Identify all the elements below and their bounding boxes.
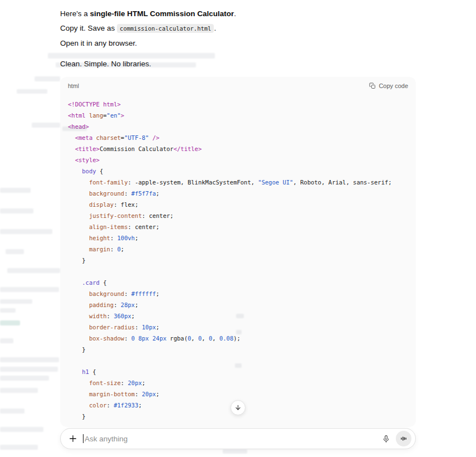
ghost-text-artifact xyxy=(0,308,16,313)
code-line: background: #f5f7fa; xyxy=(68,188,408,199)
code-line: height: 100vh; xyxy=(68,232,408,244)
code-line xyxy=(68,355,408,366)
code-line: width: 360px; xyxy=(68,310,408,322)
plus-icon xyxy=(68,434,78,444)
code-line: border-radius: 10px; xyxy=(68,322,408,333)
text-run: Clean. Simple. No libraries. xyxy=(60,60,151,68)
code-content: <!DOCTYPE html><html lang="en"><head> <m… xyxy=(60,99,416,422)
message-paragraph: Open it in any browser. xyxy=(60,39,411,48)
text-run: single-file HTML Commission Calculator xyxy=(90,9,234,18)
code-line: margin: 0; xyxy=(68,244,408,255)
message-paragraph: Clean. Simple. No libraries. xyxy=(60,60,411,69)
text-run: . xyxy=(214,24,216,32)
code-line: } xyxy=(68,344,408,355)
code-line: h1 { xyxy=(68,366,408,377)
code-line: <style> xyxy=(68,154,408,166)
message-paragraph: Copy it. Save as commission-calculator.h… xyxy=(60,24,411,33)
message-paragraphs: Here's a single-file HTML Commission Cal… xyxy=(60,9,411,69)
ghost-text-artifact xyxy=(0,445,38,450)
code-line: background: #ffffff; xyxy=(68,288,408,299)
code-line: <head> xyxy=(68,121,408,132)
ghost-text-artifact xyxy=(0,357,59,362)
ghost-text-artifact xyxy=(0,388,38,393)
text-cursor xyxy=(83,434,84,443)
ghost-text-artifact xyxy=(0,287,59,292)
copy-code-button[interactable]: Copy code xyxy=(369,82,408,89)
code-line: font-family: -apple-system, BlinkMacSyst… xyxy=(68,177,408,188)
text-run: Here's a xyxy=(60,9,90,18)
microphone-icon xyxy=(382,435,390,443)
ghost-text-artifact xyxy=(17,89,47,94)
text-run: Copy it. Save as xyxy=(60,24,117,32)
text-run: . xyxy=(234,9,236,18)
ghost-text-artifact xyxy=(6,249,24,254)
code-line: } xyxy=(68,255,408,266)
dictate-button[interactable] xyxy=(380,432,392,445)
text-run: Open it in any browser. xyxy=(60,39,137,47)
waveform-icon xyxy=(400,435,408,443)
voice-mode-button[interactable] xyxy=(396,431,411,446)
inline-code: commission-calculator.html xyxy=(117,24,214,33)
code-line: box-shadow: 0 8px 24px rgba(0, 0, 0, 0.0… xyxy=(68,333,408,344)
ghost-text-artifact xyxy=(35,76,60,81)
code-line: align-items: center; xyxy=(68,221,408,232)
ghost-text-artifact xyxy=(0,338,13,343)
code-line: display: flex; xyxy=(68,199,408,210)
ghost-text-artifact xyxy=(32,123,60,128)
code-block: html Copy code <!DOCTYPE html><html lang… xyxy=(60,77,416,427)
ghost-text-artifact xyxy=(0,229,52,234)
code-line: <meta charset="UTF-8" /> xyxy=(68,132,408,143)
code-language-label: html xyxy=(68,82,79,89)
code-line: <html lang="en"> xyxy=(68,110,408,121)
copy-icon xyxy=(369,82,376,89)
message-composer: Ask anything xyxy=(60,428,416,449)
ghost-text-artifact xyxy=(0,320,20,325)
ghost-text-artifact xyxy=(0,409,24,414)
ghost-text-artifact xyxy=(0,208,33,213)
code-line: margin-bottom: 20px; xyxy=(68,388,408,400)
ghost-text-artifact xyxy=(0,188,31,193)
code-line: justify-content: center; xyxy=(68,210,408,221)
copy-code-label: Copy code xyxy=(379,82,408,89)
attach-button[interactable] xyxy=(68,434,78,444)
composer-input[interactable]: Ask anything xyxy=(85,435,127,443)
code-block-header: html Copy code xyxy=(60,77,416,89)
code-line: body { xyxy=(68,166,408,177)
ghost-text-artifact xyxy=(0,367,58,372)
code-line: <!DOCTYPE html> xyxy=(68,99,408,110)
scroll-to-bottom-button[interactable] xyxy=(230,400,246,415)
ghost-text-artifact xyxy=(0,299,32,304)
ghost-text-artifact xyxy=(0,376,49,381)
assistant-message: Here's a single-file HTML Commission Cal… xyxy=(60,9,411,69)
code-line: font-size: 20px; xyxy=(68,377,408,388)
message-paragraph: Here's a single-file HTML Commission Cal… xyxy=(60,9,411,18)
down-arrow-icon xyxy=(234,404,242,411)
ghost-text-artifact xyxy=(7,268,60,273)
ghost-text-artifact xyxy=(0,427,43,432)
ghost-text-artifact xyxy=(223,449,247,454)
code-line: padding: 28px; xyxy=(68,299,408,310)
code-line: <title>Commission Calculator</title> xyxy=(68,143,408,154)
code-line xyxy=(68,266,408,277)
code-line: .card { xyxy=(68,277,408,288)
